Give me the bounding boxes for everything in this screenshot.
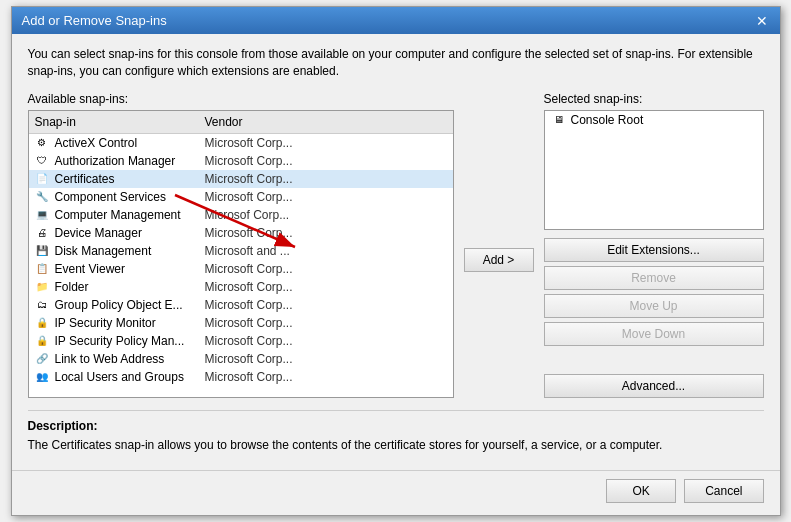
disk-icon: 💾 <box>33 243 51 259</box>
available-snapins-list[interactable]: Snap-in Vendor ⚙ ActiveX Control Microso… <box>28 110 454 399</box>
item-vendor: Microsoft Corp... <box>201 369 453 385</box>
middle-panel: Add > <box>464 92 534 399</box>
list-item[interactable]: 📋 Event Viewer Microsoft Corp... <box>29 260 453 278</box>
cert-icon: 📄 <box>33 171 51 187</box>
list-item[interactable]: 🔗 Link to Web Address Microsoft Corp... <box>29 350 453 368</box>
move-down-button[interactable]: Move Down <box>544 322 764 346</box>
item-name: IP Security Policy Man... <box>51 333 201 349</box>
description-content: The Certificates snap-in allows you to b… <box>28 437 764 454</box>
item-name: Authorization Manager <box>51 153 201 169</box>
item-vendor: Microsoft Corp... <box>201 135 453 151</box>
move-up-button[interactable]: Move Up <box>544 294 764 318</box>
close-button[interactable]: ✕ <box>754 14 770 28</box>
list-item[interactable]: 💾 Disk Management Microsoft and ... <box>29 242 453 260</box>
item-name: Device Manager <box>51 225 201 241</box>
list-header: Snap-in Vendor <box>29 111 453 134</box>
left-panel: Available snap-ins: Snap-in Vendor ⚙ Act… <box>28 92 454 399</box>
item-vendor: Microsoft Corp... <box>201 333 453 349</box>
item-name: Folder <box>51 279 201 295</box>
list-item[interactable]: ⚙ ActiveX Control Microsoft Corp... <box>29 134 453 152</box>
cancel-button[interactable]: Cancel <box>684 479 763 503</box>
item-vendor: Microsoft Corp... <box>201 315 453 331</box>
list-item[interactable]: 🔒 IP Security Policy Man... Microsoft Co… <box>29 332 453 350</box>
list-item[interactable]: 🔧 Component Services Microsoft Corp... <box>29 188 453 206</box>
list-item[interactable]: 🔒 IP Security Monitor Microsoft Corp... <box>29 314 453 332</box>
item-name: Certificates <box>51 171 201 187</box>
action-buttons: Edit Extensions... Remove Move Up Move D… <box>544 238 764 398</box>
selected-item-name: Console Root <box>571 113 644 127</box>
shield-icon: 🛡 <box>33 153 51 169</box>
item-vendor: Microsoft Corp... <box>201 225 453 241</box>
item-vendor: Microsof Corp... <box>201 207 453 223</box>
link-icon: 🔗 <box>33 351 51 367</box>
item-vendor: Microsoft Corp... <box>201 297 453 313</box>
users-icon: 👥 <box>33 369 51 385</box>
item-vendor: Microsoft Corp... <box>201 189 453 205</box>
remove-button[interactable]: Remove <box>544 266 764 290</box>
item-vendor: Microsoft Corp... <box>201 153 453 169</box>
list-item[interactable]: 🖨 Device Manager Microsoft Corp... <box>29 224 453 242</box>
dialog-body: You can select snap-ins for this console… <box>12 34 780 466</box>
list-item[interactable]: 🛡 Authorization Manager Microsoft Corp..… <box>29 152 453 170</box>
available-snapins-label: Available snap-ins: <box>28 92 454 106</box>
item-vendor: Microsoft and ... <box>201 243 453 259</box>
advanced-button[interactable]: Advanced... <box>544 374 764 398</box>
item-vendor: Microsoft Corp... <box>201 279 453 295</box>
device-icon: 🖨 <box>33 225 51 241</box>
add-remove-snapins-dialog: Add or Remove Snap-ins ✕ You can select … <box>11 6 781 516</box>
item-name: Disk Management <box>51 243 201 259</box>
item-vendor: Microsoft Corp... <box>201 261 453 277</box>
dialog-footer: OK Cancel <box>12 470 780 515</box>
selected-snapins-label: Selected snap-ins: <box>544 92 764 106</box>
selected-items-container: 🖥 Console Root <box>545 111 763 129</box>
col-snapin: Snap-in <box>29 113 199 131</box>
main-content: Available snap-ins: Snap-in Vendor ⚙ Act… <box>28 92 764 399</box>
col-vendor: Vendor <box>199 113 453 131</box>
component-icon: 🔧 <box>33 189 51 205</box>
item-name: Computer Management <box>51 207 201 223</box>
list-item[interactable]: 🗂 Group Policy Object E... Microsoft Cor… <box>29 296 453 314</box>
item-name: Link to Web Address <box>51 351 201 367</box>
item-vendor: Microsoft Corp... <box>201 351 453 367</box>
item-name: Component Services <box>51 189 201 205</box>
computer-icon: 💻 <box>33 207 51 223</box>
item-name: Local Users and Groups <box>51 369 201 385</box>
item-name: Group Policy Object E... <box>51 297 201 313</box>
right-panel: Selected snap-ins: 🖥 Console Root Edit E… <box>544 92 764 399</box>
item-name: ActiveX Control <box>51 135 201 151</box>
list-item[interactable]: 📁 Folder Microsoft Corp... <box>29 278 453 296</box>
list-item[interactable]: 💻 Computer Management Microsof Corp... <box>29 206 453 224</box>
list-item[interactable]: 👥 Local Users and Groups Microsoft Corp.… <box>29 368 453 386</box>
event-icon: 📋 <box>33 261 51 277</box>
edit-extensions-button[interactable]: Edit Extensions... <box>544 238 764 262</box>
list-item[interactable]: 📄 Certificates Microsoft Corp... <box>29 170 453 188</box>
policy-icon: 🗂 <box>33 297 51 313</box>
ipsec-icon: 🔒 <box>33 315 51 331</box>
intro-text: You can select snap-ins for this console… <box>28 46 764 80</box>
available-items-container: ⚙ ActiveX Control Microsoft Corp... 🛡 Au… <box>29 134 453 386</box>
gear-icon: ⚙ <box>33 135 51 151</box>
description-label: Description: <box>28 419 764 433</box>
item-vendor: Microsoft Corp... <box>201 171 453 187</box>
ipsec-icon: 🔒 <box>33 333 51 349</box>
item-name: Event Viewer <box>51 261 201 277</box>
ok-button[interactable]: OK <box>606 479 676 503</box>
description-section: Description: The Certificates snap-in al… <box>28 410 764 454</box>
dialog-title: Add or Remove Snap-ins <box>22 13 167 28</box>
item-name: IP Security Monitor <box>51 315 201 331</box>
console-root-icon: 🖥 <box>551 113 567 127</box>
title-bar: Add or Remove Snap-ins ✕ <box>12 7 780 34</box>
folder-icon: 📁 <box>33 279 51 295</box>
add-button[interactable]: Add > <box>464 248 534 272</box>
selected-snapins-list[interactable]: 🖥 Console Root <box>544 110 764 231</box>
selected-item[interactable]: 🖥 Console Root <box>545 111 763 129</box>
